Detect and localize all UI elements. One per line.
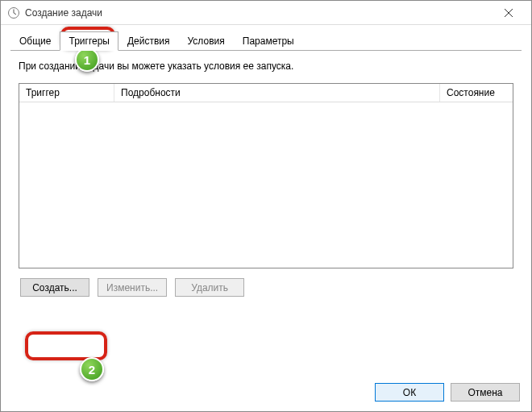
column-details[interactable]: Подробности <box>114 84 440 102</box>
column-state[interactable]: Состояние <box>440 84 513 102</box>
clock-icon <box>7 6 20 19</box>
annotation-marker-2: 2 <box>80 357 104 381</box>
cancel-button[interactable]: Отмена <box>451 383 520 402</box>
column-trigger[interactable]: Триггер <box>19 84 114 102</box>
tab-general[interactable]: Общие <box>10 31 60 50</box>
window-title: Создание задачи <box>25 7 493 19</box>
tab-actions[interactable]: Действия <box>118 31 179 50</box>
dialog-footer: ОК Отмена <box>375 383 520 402</box>
annotation-highlight-create <box>25 331 107 360</box>
tab-strip: Общие Триггеры Действия Условия Параметр… <box>10 31 522 51</box>
list-header: Триггер Подробности Состояние <box>19 84 513 102</box>
close-button[interactable] <box>493 2 525 23</box>
tab-panel-triggers: При создании задачи вы можете указать ус… <box>10 51 522 305</box>
tab-conditions[interactable]: Условия <box>179 31 234 50</box>
tab-settings[interactable]: Параметры <box>234 31 303 50</box>
delete-button: Удалить <box>175 278 244 297</box>
list-buttons: Создать... Изменить... Удалить <box>19 278 513 297</box>
titlebar: Создание задачи <box>1 1 531 25</box>
create-button[interactable]: Создать... <box>20 278 89 297</box>
triggers-list[interactable]: Триггер Подробности Состояние <box>19 83 513 268</box>
ok-button[interactable]: ОК <box>375 383 444 402</box>
content-area: Общие Триггеры Действия Условия Параметр… <box>1 25 531 305</box>
panel-description: При создании задачи вы можете указать ус… <box>19 60 513 72</box>
tab-triggers[interactable]: Триггеры <box>60 31 118 51</box>
edit-button: Изменить... <box>98 278 167 297</box>
